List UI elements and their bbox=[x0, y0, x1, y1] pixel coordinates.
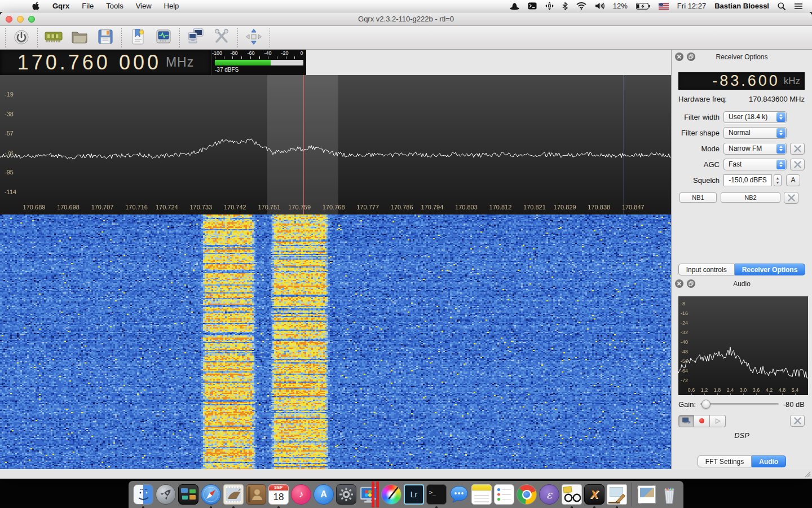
dock-item-mail[interactable] bbox=[223, 484, 244, 505]
dock-item-calendar[interactable]: SEP18 bbox=[268, 484, 289, 505]
nb-options-button[interactable] bbox=[784, 192, 798, 204]
device-config-icon bbox=[43, 28, 64, 47]
menu-clock[interactable]: Fri 12:27 bbox=[675, 0, 708, 12]
spectrum-plot[interactable] bbox=[0, 75, 671, 214]
dock-item-annotate[interactable] bbox=[607, 484, 627, 505]
launchpad-icon bbox=[156, 484, 176, 505]
accessibility-icon[interactable] bbox=[543, 0, 556, 12]
save-button[interactable] bbox=[92, 27, 118, 49]
wifi-icon[interactable] bbox=[574, 0, 589, 12]
dock-item-trash[interactable] bbox=[659, 484, 679, 505]
dock-item-terminal[interactable]: >_ bbox=[426, 484, 447, 505]
dock-item-itunes[interactable]: ♪ bbox=[291, 484, 311, 505]
spectrum-y-tick-label: -114 bbox=[5, 189, 16, 195]
nb1-button[interactable]: NB1 bbox=[679, 192, 717, 203]
tools-button[interactable] bbox=[209, 27, 235, 49]
dock-item-photos-folder[interactable] bbox=[637, 484, 657, 505]
dock-item-skim[interactable] bbox=[562, 484, 582, 505]
bluetooth-icon[interactable] bbox=[560, 0, 570, 12]
nb2-button[interactable]: NB2 bbox=[721, 192, 780, 203]
battery-charging-icon[interactable] bbox=[634, 0, 652, 12]
save-icon bbox=[97, 28, 114, 47]
agc-select[interactable]: Fast bbox=[723, 159, 787, 170]
gain-slider[interactable] bbox=[700, 403, 779, 405]
tab-receiver-options[interactable]: Receiver Options bbox=[735, 264, 806, 275]
tab-input-controls[interactable]: Input controls bbox=[678, 264, 735, 275]
dock-item-xquartz[interactable]: X bbox=[584, 484, 604, 505]
squelch-input[interactable]: -150,0 dBFS bbox=[723, 174, 772, 186]
gain-slider-knob[interactable] bbox=[701, 400, 710, 409]
dock-item-app-store[interactable]: A bbox=[314, 484, 334, 505]
dock-item-notes[interactable] bbox=[471, 484, 492, 505]
mode-select[interactable]: Narrow FM bbox=[723, 143, 787, 155]
remote-control-icon bbox=[186, 28, 205, 47]
volume-icon[interactable] bbox=[593, 0, 607, 12]
dock-item-mission-control[interactable] bbox=[178, 484, 198, 505]
open-button[interactable] bbox=[67, 27, 92, 49]
notification-center-icon[interactable] bbox=[792, 0, 805, 12]
audio-stream-button[interactable] bbox=[678, 415, 694, 427]
dock-item-parallels[interactable] bbox=[359, 484, 379, 505]
power-button[interactable] bbox=[8, 27, 34, 49]
spotlight-icon[interactable] bbox=[775, 0, 788, 12]
combo-stepper-icon bbox=[776, 144, 785, 154]
device-config-button[interactable] bbox=[41, 27, 67, 49]
battery-percentage[interactable]: 12% bbox=[611, 0, 630, 12]
squelch-stepper[interactable]: ▲▼ bbox=[774, 174, 782, 186]
tab-audio[interactable]: Audio bbox=[752, 456, 786, 467]
tab-fft-settings[interactable]: FFT Settings bbox=[698, 456, 752, 467]
bookmarks-button[interactable] bbox=[125, 27, 151, 49]
squelch-auto-button[interactable]: A bbox=[786, 174, 800, 186]
terminal-status-icon[interactable] bbox=[526, 0, 539, 12]
dock-item-system-preferences[interactable] bbox=[336, 484, 356, 505]
menu-item-tools[interactable]: Tools bbox=[100, 0, 129, 12]
menu-item-file[interactable]: File bbox=[76, 0, 100, 12]
offset-frequency-display[interactable]: -83.600 kHz bbox=[678, 72, 805, 90]
spectrum-x-tick-label: 170.751 bbox=[258, 204, 280, 211]
pan-button[interactable] bbox=[241, 27, 267, 49]
dock-item-contacts[interactable] bbox=[246, 484, 266, 505]
menu-item-help[interactable]: Help bbox=[158, 0, 186, 12]
alfred-icon[interactable] bbox=[508, 0, 522, 12]
dock-item-launchpad[interactable] bbox=[156, 484, 176, 505]
offset-frequency-digits[interactable]: -83.600 bbox=[712, 72, 780, 90]
dock-item-messages[interactable] bbox=[449, 484, 469, 505]
color-picker-icon bbox=[381, 484, 401, 505]
audio-options-button[interactable] bbox=[790, 415, 805, 427]
audio-y-tick-label: -56 bbox=[681, 358, 688, 364]
window-titlebar[interactable]: Gqrx v2.3.2-110-g222b - rtl=0 bbox=[0, 12, 812, 26]
audio-x-tick-label: 0.6 bbox=[688, 387, 695, 393]
audio-play-button[interactable] bbox=[710, 415, 726, 427]
dock-item-color-picker[interactable] bbox=[381, 484, 401, 505]
menu-item-view[interactable]: View bbox=[130, 0, 158, 12]
dock-item-emacs[interactable]: ε bbox=[539, 484, 559, 505]
iq-scope-button[interactable] bbox=[151, 27, 176, 49]
menu-item-gqrx[interactable]: Gqrx bbox=[46, 0, 76, 12]
dock-item-chrome[interactable] bbox=[517, 484, 537, 505]
dock-item-safari[interactable] bbox=[201, 484, 221, 505]
dock-item-reminders[interactable] bbox=[494, 484, 514, 505]
combo-stepper-icon bbox=[776, 128, 785, 138]
dock-item-lightroom[interactable]: Lr bbox=[404, 484, 424, 505]
spectrum-x-tick-label: 170.786 bbox=[391, 204, 413, 211]
audio-record-button[interactable] bbox=[694, 415, 710, 427]
meter-value-label: -37 dBFS bbox=[215, 67, 303, 73]
user-name[interactable]: Bastian Bloessl bbox=[712, 0, 771, 12]
agc-options-button[interactable] bbox=[790, 159, 805, 170]
resize-grip[interactable] bbox=[804, 470, 811, 478]
filter-width-select[interactable]: User (18.4 k) bbox=[723, 111, 787, 123]
waterfall-plot[interactable] bbox=[0, 214, 671, 469]
dock-item-finder[interactable] bbox=[133, 484, 153, 505]
filter-shape-select[interactable]: Normal bbox=[723, 127, 787, 139]
remote-control-button[interactable] bbox=[183, 27, 209, 49]
squelch-label: Squelch bbox=[675, 176, 723, 185]
gqrx-window: Gqrx v2.3.2-110-g222b - rtl=0 170.760 00… bbox=[0, 12, 812, 479]
calendar-icon: SEP18 bbox=[268, 484, 289, 505]
us-flag-icon[interactable] bbox=[656, 0, 671, 12]
hardware-freq-value: 170.843600 MHz bbox=[749, 95, 805, 103]
frequency-display[interactable]: 170.760 000 MHz bbox=[0, 50, 211, 75]
apple-menu[interactable] bbox=[26, 0, 46, 12]
frequency-digits[interactable]: 170.760 000 bbox=[17, 51, 161, 75]
mode-options-button[interactable] bbox=[790, 143, 805, 155]
spectrum-y-tick-label: -95 bbox=[5, 169, 14, 176]
